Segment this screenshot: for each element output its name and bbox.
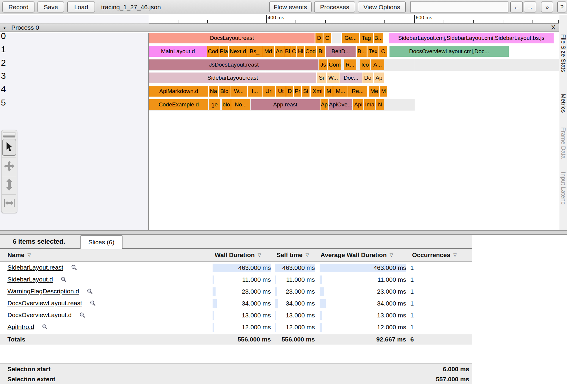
trace-slice[interactable]: W... xyxy=(327,73,340,83)
trace-slice[interactable]: D xyxy=(315,33,323,43)
trace-slice[interactable]: Ge... xyxy=(342,33,359,43)
column-header-average-wall-duration[interactable]: Average Wall Duration▽ xyxy=(321,251,393,259)
trace-slice[interactable]: Api xyxy=(353,99,363,110)
slice-name-link[interactable]: SidebarLayout.reast xyxy=(7,264,63,271)
trace-slice[interactable]: SidebarLayout.reast xyxy=(149,73,316,83)
column-header-name[interactable]: Name▽ xyxy=(7,251,31,259)
trace-slice[interactable]: Cod xyxy=(207,46,219,57)
magnifier-icon[interactable] xyxy=(71,265,77,271)
trace-slice[interactable]: Com xyxy=(328,59,341,70)
record-button[interactable]: Record xyxy=(2,1,34,12)
trace-slice[interactable]: Bs_ xyxy=(247,46,262,57)
magnifier-icon[interactable] xyxy=(79,312,86,318)
trace-slice[interactable]: Tag xyxy=(360,33,373,43)
trace-slice[interactable]: App.reast xyxy=(251,99,320,110)
slice-name-link[interactable]: WarningFlagDescription.d xyxy=(7,288,79,295)
trace-slice[interactable]: Me xyxy=(369,86,379,97)
sort-icon[interactable]: ▽ xyxy=(453,252,457,258)
sidebar-tab-frame-data[interactable]: Frame Data xyxy=(560,127,567,159)
trace-slice[interactable]: W... xyxy=(230,86,247,97)
trace-slice[interactable]: Md xyxy=(262,46,274,57)
magnifier-icon[interactable] xyxy=(61,276,67,283)
table-row[interactable]: SidebarLayout.d11.000 ms11.000 ms11.000 … xyxy=(0,274,472,286)
trace-slice[interactable]: Ico xyxy=(360,59,370,70)
trace-slice[interactable]: Next.d xyxy=(229,46,247,57)
trace-slice[interactable]: ge xyxy=(209,99,220,110)
trace-slice[interactable]: Si xyxy=(302,86,310,97)
trace-slice[interactable]: Do xyxy=(362,73,373,83)
trace-slice[interactable]: Ap xyxy=(321,99,328,110)
horizontal-splitter[interactable] xyxy=(0,230,567,235)
zoom-tool-button[interactable] xyxy=(2,176,16,193)
palette-drag-handle[interactable] xyxy=(3,132,15,138)
process-header[interactable]: ▾ Process 0 X xyxy=(0,23,559,32)
trace-slice[interactable]: Bl xyxy=(284,46,291,57)
slice-name-link[interactable]: SidebarLayout.d xyxy=(7,276,53,283)
trace-slice[interactable]: Pr xyxy=(294,86,301,97)
table-row[interactable]: DocsOverviewLayout.d13.000 ms13.000 ms13… xyxy=(0,310,472,322)
slice-name-link[interactable]: ApiIntro.d xyxy=(7,323,34,330)
collapse-triangle-icon[interactable]: ▾ xyxy=(4,26,6,30)
trace-slice[interactable]: I... xyxy=(248,86,262,97)
table-row[interactable]: DocsOverviewLayout.reast34.000 ms34.000 … xyxy=(0,298,472,310)
trace-slice[interactable]: DocsLayout.reast xyxy=(149,33,315,43)
processes-button[interactable]: Processes xyxy=(314,1,355,12)
find-previous-button[interactable]: ← xyxy=(510,1,523,12)
expand-button[interactable]: » xyxy=(541,1,553,12)
slices-tab[interactable]: Slices (6) xyxy=(80,235,122,249)
save-button[interactable]: Save xyxy=(37,1,64,12)
timing-tool-button[interactable] xyxy=(2,194,16,211)
trace-slice[interactable]: SidebarLayout.cmj,SidebarLayout.cmi,Side… xyxy=(389,33,554,43)
trace-slice[interactable]: An xyxy=(275,46,284,57)
sort-icon[interactable]: ▽ xyxy=(390,252,393,258)
find-next-button[interactable]: → xyxy=(524,1,536,12)
magnifier-icon[interactable] xyxy=(90,300,96,306)
trace-slice[interactable]: A... xyxy=(371,59,384,70)
trace-slice[interactable]: No... xyxy=(231,99,250,110)
trace-slice[interactable]: M... xyxy=(333,86,348,97)
trace-slice[interactable]: CodeExample.d xyxy=(149,99,208,110)
slice-name-link[interactable]: DocsOverviewLayout.reast xyxy=(7,300,82,307)
process-close-button[interactable]: X xyxy=(551,24,555,31)
trace-slice[interactable]: Ut xyxy=(276,86,286,97)
trace-slice[interactable] xyxy=(332,33,341,43)
selection-tool-button[interactable] xyxy=(2,139,16,156)
trace-slice[interactable]: Ap xyxy=(374,73,384,83)
sidebar-tab-input-latenc[interactable]: Input Latenc xyxy=(560,172,567,204)
trace-slice[interactable]: B... xyxy=(374,33,383,43)
trace-slice[interactable]: Url xyxy=(263,86,275,97)
flow-events-button[interactable]: Flow events xyxy=(269,1,312,12)
table-row[interactable]: SidebarLayout.reast463.000 ms463.000 ms4… xyxy=(0,262,472,274)
trace-slice[interactable]: Na xyxy=(209,86,218,97)
sidebar-tab-metrics[interactable]: Metrics xyxy=(560,94,567,113)
trace-slice[interactable]: Si xyxy=(317,73,326,83)
trace-slice[interactable]: JsDocsLayout.reast xyxy=(149,59,318,70)
trace-slice[interactable]: Tex xyxy=(367,46,378,57)
sidebar-tab-file-size-stats[interactable]: File Size Stats xyxy=(560,34,567,72)
trace-slice[interactable]: C xyxy=(291,46,296,57)
slice-name-link[interactable]: DocsOverviewLayout.d xyxy=(7,311,72,319)
help-button[interactable]: ? xyxy=(557,1,566,12)
table-row[interactable]: WarningFlagDescription.d23.000 ms23.000 … xyxy=(0,286,472,298)
trace-slice[interactable]: Pla xyxy=(219,46,228,57)
magnifier-icon[interactable] xyxy=(87,288,93,295)
trace-slice[interactable]: BeltD... xyxy=(326,46,356,57)
ruler-scale[interactable]: 400 ms600 ms xyxy=(149,15,559,23)
trace-slice[interactable]: C xyxy=(323,33,331,43)
trace-slice[interactable]: M xyxy=(380,86,387,97)
trace-slice[interactable]: Js xyxy=(319,59,327,70)
trace-slice[interactable]: R... xyxy=(344,59,356,70)
trace-slice[interactable]: M xyxy=(325,86,333,97)
sort-icon[interactable]: ▽ xyxy=(306,252,309,258)
trace-slice[interactable]: Ima xyxy=(364,99,375,110)
trace-slice[interactable]: B... xyxy=(357,46,367,57)
trace-slice[interactable]: MainLayout.d xyxy=(149,46,207,57)
trace-slice[interactable]: Xml xyxy=(311,86,324,97)
trace-slice[interactable]: ApiOve... xyxy=(329,99,352,110)
column-header-self-time[interactable]: Self time▽ xyxy=(277,251,309,259)
sort-icon[interactable]: ▽ xyxy=(258,252,261,258)
pan-tool-button[interactable] xyxy=(2,158,16,174)
column-header-wall-duration[interactable]: Wall Duration▽ xyxy=(215,251,261,259)
trace-slice[interactable]: DocsOverviewLayout.cmj,Doc... xyxy=(389,46,509,57)
view-options-button[interactable]: View Options xyxy=(358,1,406,12)
